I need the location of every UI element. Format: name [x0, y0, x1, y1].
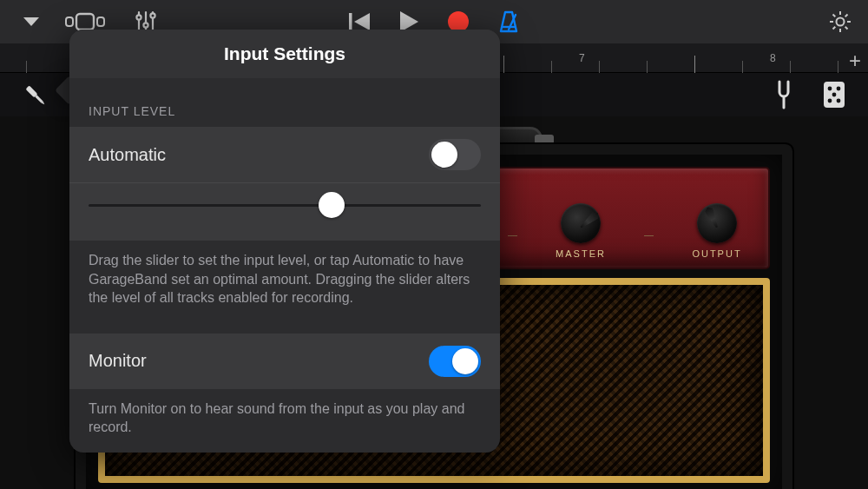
- monitor-help-text: Turn Monitor on to hear sound from the i…: [69, 389, 500, 453]
- automatic-label: Automatic: [89, 145, 166, 165]
- add-section-button[interactable]: +: [849, 49, 861, 73]
- svg-point-9: [150, 13, 155, 17]
- input-settings-popover: Input Settings INPUT LEVEL Automatic Dra…: [69, 30, 500, 453]
- settings-button[interactable]: [828, 10, 852, 34]
- metronome-icon: [496, 10, 521, 34]
- automatic-toggle[interactable]: [429, 139, 481, 170]
- popover-title: Input Settings: [69, 30, 500, 78]
- svg-marker-0: [23, 17, 39, 26]
- amp-preset-button[interactable]: [823, 81, 845, 109]
- svg-point-5: [136, 15, 141, 19]
- monitor-label: Monitor: [89, 351, 147, 371]
- svg-point-22: [837, 87, 841, 91]
- input-jack-button[interactable]: [19, 79, 50, 110]
- knob-label: MASTER: [556, 248, 606, 259]
- amp-knob-output[interactable]: OUTPUT: [683, 203, 751, 259]
- monitor-toggle[interactable]: [429, 346, 481, 377]
- automatic-row: Automatic: [69, 127, 500, 182]
- svg-marker-11: [354, 13, 370, 30]
- domino-icon: [823, 81, 845, 109]
- section-label-input-level: INPUT LEVEL: [69, 78, 500, 127]
- amp-knob-master[interactable]: MASTER: [547, 203, 615, 259]
- svg-point-24: [837, 99, 841, 103]
- svg-point-23: [828, 99, 832, 103]
- tuner-button[interactable]: [771, 80, 797, 109]
- input-level-help-text: Drag the slider to set the input level, …: [69, 241, 500, 323]
- tuning-fork-icon: [771, 80, 797, 109]
- guitar-jack-icon: [19, 79, 50, 110]
- nav-dropdown-button[interactable]: [7, 0, 55, 43]
- knob-label: OUTPUT: [692, 248, 741, 259]
- ruler-bar-number: 8: [770, 52, 776, 64]
- metronome-button[interactable]: [496, 10, 521, 34]
- chevron-down-icon: [20, 10, 43, 33]
- svg-point-25: [832, 93, 837, 97]
- input-level-slider-row: [69, 182, 500, 241]
- svg-rect-2: [76, 14, 94, 30]
- svg-rect-3: [97, 17, 104, 26]
- input-level-slider[interactable]: [89, 192, 481, 218]
- svg-point-21: [828, 87, 832, 91]
- monitor-row: Monitor: [69, 334, 500, 389]
- ruler-bar-number: 7: [579, 52, 585, 64]
- svg-point-7: [143, 23, 148, 27]
- svg-rect-18: [35, 95, 43, 102]
- svg-point-16: [837, 18, 845, 26]
- svg-rect-1: [66, 17, 73, 26]
- svg-rect-10: [349, 13, 352, 30]
- gear-icon: [828, 10, 852, 34]
